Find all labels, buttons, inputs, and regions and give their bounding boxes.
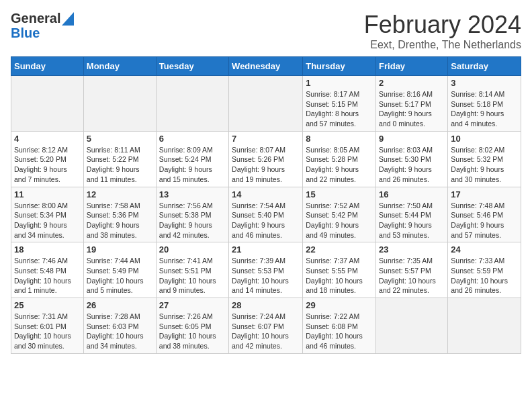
day-number: 17 xyxy=(451,189,518,199)
logo-general: General xyxy=(11,11,60,26)
day-number: 10 xyxy=(451,134,518,144)
table-row: 22Sunrise: 7:37 AM Sunset: 5:55 PM Dayli… xyxy=(303,242,376,298)
day-info: Sunrise: 7:58 AM Sunset: 5:36 PM Dayligh… xyxy=(87,201,153,240)
day-info: Sunrise: 7:24 AM Sunset: 6:07 PM Dayligh… xyxy=(232,312,300,351)
day-info: Sunrise: 8:07 AM Sunset: 5:26 PM Dayligh… xyxy=(232,145,300,185)
day-info: Sunrise: 7:22 AM Sunset: 6:08 PM Dayligh… xyxy=(306,312,373,351)
day-number: 16 xyxy=(379,189,445,199)
page: General Blue February 2024 Eext, Drenthe… xyxy=(0,0,532,365)
header-thursday: Thursday xyxy=(303,57,376,76)
table-row: 13Sunrise: 7:56 AM Sunset: 5:38 PM Dayli… xyxy=(156,187,228,242)
table-row xyxy=(376,298,448,354)
header-monday: Monday xyxy=(83,57,156,76)
table-row: 11Sunrise: 8:00 AM Sunset: 5:34 PM Dayli… xyxy=(11,187,84,242)
day-number: 29 xyxy=(306,300,373,310)
day-number: 6 xyxy=(159,134,226,144)
logo-blue: Blue xyxy=(11,26,60,40)
table-row: 5Sunrise: 8:11 AM Sunset: 5:22 PM Daylig… xyxy=(83,131,156,187)
day-number: 25 xyxy=(14,300,81,310)
day-number: 20 xyxy=(159,244,226,255)
title-block: February 2024 Eext, Drenthe, The Netherl… xyxy=(364,11,521,51)
day-number: 23 xyxy=(379,244,445,255)
table-row: 23Sunrise: 7:35 AM Sunset: 5:57 PM Dayli… xyxy=(376,242,448,298)
table-row xyxy=(229,76,303,132)
location-title: Eext, Drenthe, The Netherlands xyxy=(364,39,521,51)
table-row: 26Sunrise: 7:28 AM Sunset: 6:03 PM Dayli… xyxy=(83,298,156,354)
day-info: Sunrise: 7:31 AM Sunset: 6:01 PM Dayligh… xyxy=(14,312,81,351)
week-row-0: 1Sunrise: 8:17 AM Sunset: 5:15 PM Daylig… xyxy=(11,76,521,132)
day-number: 26 xyxy=(87,300,153,310)
table-row: 18Sunrise: 7:46 AM Sunset: 5:48 PM Dayli… xyxy=(11,242,84,298)
day-info: Sunrise: 7:33 AM Sunset: 5:59 PM Dayligh… xyxy=(451,256,518,295)
day-info: Sunrise: 7:28 AM Sunset: 6:03 PM Dayligh… xyxy=(87,312,153,351)
day-number: 14 xyxy=(232,189,300,199)
day-number: 12 xyxy=(87,189,153,199)
table-row: 24Sunrise: 7:33 AM Sunset: 5:59 PM Dayli… xyxy=(448,242,521,298)
day-info: Sunrise: 7:56 AM Sunset: 5:38 PM Dayligh… xyxy=(159,201,226,240)
table-row: 6Sunrise: 8:09 AM Sunset: 5:24 PM Daylig… xyxy=(156,131,228,187)
table-row: 15Sunrise: 7:52 AM Sunset: 5:42 PM Dayli… xyxy=(303,187,376,242)
header-sunday: Sunday xyxy=(11,57,84,76)
day-info: Sunrise: 7:54 AM Sunset: 5:40 PM Dayligh… xyxy=(232,201,300,240)
table-row: 9Sunrise: 8:03 AM Sunset: 5:30 PM Daylig… xyxy=(376,131,448,187)
day-number: 18 xyxy=(14,244,81,255)
table-row: 12Sunrise: 7:58 AM Sunset: 5:36 PM Dayli… xyxy=(83,187,156,242)
day-number: 3 xyxy=(451,78,518,88)
day-info: Sunrise: 8:09 AM Sunset: 5:24 PM Dayligh… xyxy=(159,145,226,185)
day-number: 5 xyxy=(87,134,153,144)
logo-triangle-icon xyxy=(62,12,74,26)
header-friday: Friday xyxy=(376,57,448,76)
day-info: Sunrise: 7:26 AM Sunset: 6:05 PM Dayligh… xyxy=(159,312,226,351)
table-row: 21Sunrise: 7:39 AM Sunset: 5:53 PM Dayli… xyxy=(229,242,303,298)
day-info: Sunrise: 7:52 AM Sunset: 5:42 PM Dayligh… xyxy=(306,201,373,240)
table-row: 16Sunrise: 7:50 AM Sunset: 5:44 PM Dayli… xyxy=(376,187,448,242)
table-row xyxy=(448,298,521,354)
day-info: Sunrise: 8:14 AM Sunset: 5:18 PM Dayligh… xyxy=(451,89,518,129)
day-info: Sunrise: 7:41 AM Sunset: 5:51 PM Dayligh… xyxy=(159,256,226,295)
day-number: 22 xyxy=(306,244,373,255)
table-row xyxy=(156,76,228,132)
day-info: Sunrise: 7:48 AM Sunset: 5:46 PM Dayligh… xyxy=(451,201,518,240)
day-number: 11 xyxy=(14,189,81,199)
day-info: Sunrise: 8:05 AM Sunset: 5:28 PM Dayligh… xyxy=(306,145,373,185)
svg-marker-0 xyxy=(62,12,74,26)
day-info: Sunrise: 7:50 AM Sunset: 5:44 PM Dayligh… xyxy=(379,201,445,240)
table-row: 8Sunrise: 8:05 AM Sunset: 5:28 PM Daylig… xyxy=(303,131,376,187)
week-row-1: 4Sunrise: 8:12 AM Sunset: 5:20 PM Daylig… xyxy=(11,131,521,187)
table-row: 19Sunrise: 7:44 AM Sunset: 5:49 PM Dayli… xyxy=(83,242,156,298)
table-row xyxy=(83,76,156,132)
week-row-2: 11Sunrise: 8:00 AM Sunset: 5:34 PM Dayli… xyxy=(11,187,521,242)
day-number: 4 xyxy=(14,134,81,144)
day-number: 21 xyxy=(232,244,300,255)
table-row: 25Sunrise: 7:31 AM Sunset: 6:01 PM Dayli… xyxy=(11,298,84,354)
table-row xyxy=(11,76,84,132)
day-number: 8 xyxy=(306,134,373,144)
header-tuesday: Tuesday xyxy=(156,57,228,76)
week-row-4: 25Sunrise: 7:31 AM Sunset: 6:01 PM Dayli… xyxy=(11,298,521,354)
day-info: Sunrise: 8:11 AM Sunset: 5:22 PM Dayligh… xyxy=(87,145,153,185)
day-info: Sunrise: 8:03 AM Sunset: 5:30 PM Dayligh… xyxy=(379,145,445,185)
table-row: 10Sunrise: 8:02 AM Sunset: 5:32 PM Dayli… xyxy=(448,131,521,187)
header: General Blue February 2024 Eext, Drenthe… xyxy=(11,11,521,51)
table-row: 17Sunrise: 7:48 AM Sunset: 5:46 PM Dayli… xyxy=(448,187,521,242)
day-number: 28 xyxy=(232,300,300,310)
day-number: 19 xyxy=(87,244,153,255)
day-info: Sunrise: 7:37 AM Sunset: 5:55 PM Dayligh… xyxy=(306,256,373,295)
header-wednesday: Wednesday xyxy=(229,57,303,76)
table-row: 28Sunrise: 7:24 AM Sunset: 6:07 PM Dayli… xyxy=(229,298,303,354)
table-row: 2Sunrise: 8:16 AM Sunset: 5:17 PM Daylig… xyxy=(376,76,448,132)
table-row: 4Sunrise: 8:12 AM Sunset: 5:20 PM Daylig… xyxy=(11,131,84,187)
day-number: 15 xyxy=(306,189,373,199)
table-row: 27Sunrise: 7:26 AM Sunset: 6:05 PM Dayli… xyxy=(156,298,228,354)
day-info: Sunrise: 7:46 AM Sunset: 5:48 PM Dayligh… xyxy=(14,256,81,295)
table-row: 3Sunrise: 8:14 AM Sunset: 5:18 PM Daylig… xyxy=(448,76,521,132)
week-row-3: 18Sunrise: 7:46 AM Sunset: 5:48 PM Dayli… xyxy=(11,242,521,298)
day-number: 7 xyxy=(232,134,300,144)
day-number: 24 xyxy=(451,244,518,255)
day-number: 13 xyxy=(159,189,226,199)
logo: General Blue xyxy=(11,11,74,40)
day-info: Sunrise: 8:17 AM Sunset: 5:15 PM Dayligh… xyxy=(306,89,373,129)
day-info: Sunrise: 8:16 AM Sunset: 5:17 PM Dayligh… xyxy=(379,89,445,129)
table-row: 20Sunrise: 7:41 AM Sunset: 5:51 PM Dayli… xyxy=(156,242,228,298)
day-info: Sunrise: 8:00 AM Sunset: 5:34 PM Dayligh… xyxy=(14,201,81,240)
